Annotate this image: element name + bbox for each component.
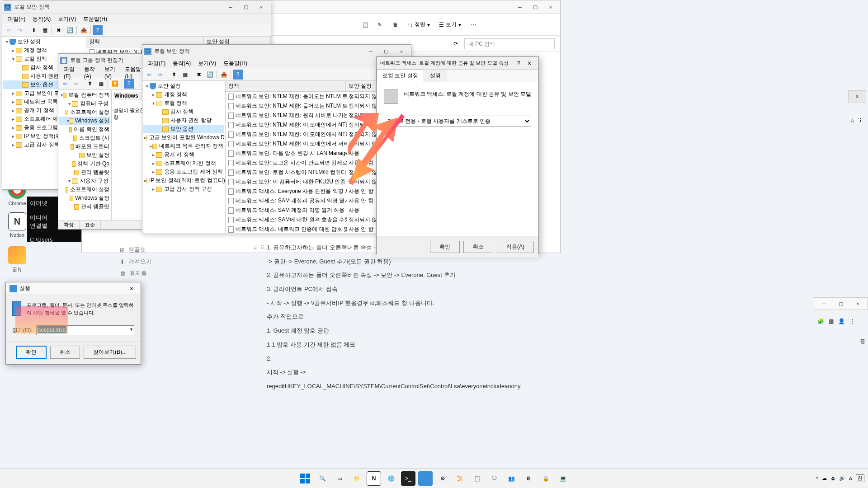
- tree-item[interactable]: 보안 설정: [59, 151, 110, 160]
- menu-view[interactable]: 보기(V): [194, 59, 220, 68]
- gpedit-taskbar-icon[interactable]: 📜: [453, 471, 467, 486]
- ok-button[interactable]: 확인: [430, 241, 460, 253]
- app-icon-4[interactable]: 🖥: [521, 471, 536, 486]
- menu-view[interactable]: 보기(V): [54, 14, 80, 24]
- tree-root[interactable]: ▾보안 설정: [3, 38, 85, 46]
- menu-file[interactable]: 파일(F): [144, 59, 169, 68]
- close-icon[interactable]: ×: [126, 285, 137, 292]
- close-button[interactable]: ×: [851, 299, 865, 309]
- status-expand[interactable]: 확장: [58, 221, 80, 229]
- refresh-button[interactable]: 🔄: [205, 70, 215, 80]
- honeyview-icon[interactable]: [8, 246, 26, 264]
- menu-icon[interactable]: ⠇: [859, 117, 863, 124]
- tree-item[interactable]: ▾Windows 설정: [59, 117, 110, 125]
- delete-button[interactable]: ✖: [194, 70, 204, 80]
- up-button[interactable]: ⬆: [169, 70, 179, 80]
- maximize-button[interactable]: ▢: [378, 47, 394, 56]
- volume-icon[interactable]: 🔊: [839, 475, 845, 481]
- tree-item[interactable]: ▸네트워크 목록 관리자 정책: [143, 142, 224, 150]
- app-icon-3[interactable]: 👥: [504, 471, 519, 486]
- rename-icon[interactable]: ✎: [377, 22, 382, 28]
- notion-taskbar-icon[interactable]: N: [367, 471, 381, 486]
- forward-button[interactable]: ⇨: [15, 25, 25, 35]
- menu-view[interactable]: 보기(V): [101, 65, 121, 80]
- export-button[interactable]: 📤: [79, 25, 89, 35]
- star-icon[interactable]: ☆: [850, 117, 855, 124]
- help2-button[interactable]: ?: [124, 79, 134, 89]
- tree-item[interactable]: ▸계정 정책: [143, 90, 224, 99]
- back-button[interactable]: ⇦: [144, 70, 154, 80]
- tree-item[interactable]: 관리 템플릿: [59, 202, 110, 211]
- sidebar-item-import[interactable]: ⬇가져오기: [120, 256, 152, 267]
- network-icon[interactable]: 🖧: [830, 476, 835, 481]
- close-button[interactable]: ×: [543, 2, 558, 12]
- taskview-button[interactable]: ▭: [332, 471, 347, 486]
- tree-item[interactable]: 정책 기반 Qo: [59, 160, 110, 168]
- close-button[interactable]: ×: [394, 47, 409, 56]
- chrome-taskbar-icon[interactable]: 🌐: [384, 471, 398, 486]
- tree-item[interactable]: 관리 템플릿: [59, 168, 110, 177]
- tree-item[interactable]: ▸응용 프로그램 제어 정책: [143, 168, 224, 176]
- back-button[interactable]: ⇦: [4, 25, 14, 35]
- filter-button[interactable]: 🔽: [110, 79, 120, 89]
- delete-button[interactable]: ✖: [54, 25, 64, 35]
- menu-action[interactable]: 동작(A): [169, 59, 194, 68]
- tree-item[interactable]: ▸IP 보안 정책(위치: 로컬 컴퓨터): [143, 176, 224, 185]
- security-model-select[interactable]: 게스트 전용 - 로컬 사용자를 게스트로 인증: [384, 116, 531, 127]
- tree-item[interactable]: 이름 확인 정책: [59, 125, 110, 134]
- tree-item[interactable]: ▸소프트웨어 제한 정책: [143, 159, 224, 168]
- help-icon[interactable]: ?: [513, 60, 524, 66]
- export-button[interactable]: 📤: [219, 70, 229, 80]
- help-button[interactable]: ?: [233, 70, 243, 80]
- sidebar-item-templates[interactable]: ⊞템플릿: [120, 244, 152, 256]
- show-hide-button[interactable]: ▦: [96, 79, 106, 89]
- tree-item[interactable]: 소프트웨어 설정: [59, 108, 110, 117]
- refresh-icon[interactable]: ⟳: [453, 41, 458, 47]
- sort-dropdown[interactable]: ↑↓ 정렬 ▾: [407, 21, 430, 28]
- tree-item[interactable]: 감사 정책: [143, 108, 224, 116]
- lang-indicator[interactable]: A: [849, 476, 852, 481]
- tree-item[interactable]: ▾컴퓨터 구성: [59, 99, 110, 108]
- onedrive-icon[interactable]: ☁: [822, 475, 827, 481]
- show-hide-button[interactable]: ▦: [40, 25, 50, 35]
- tree-item[interactable]: ▸고급 감사 정책 구성: [143, 185, 224, 193]
- tree-item[interactable]: ▸고급 보안이 포함된 Windows Defenc: [143, 133, 224, 142]
- maximize-button[interactable]: ▢: [834, 299, 848, 309]
- app-icon-6[interactable]: 💻: [556, 471, 570, 486]
- tree-root[interactable]: ▾로컬 컴퓨터 정책: [59, 91, 110, 99]
- up-button[interactable]: ⬆: [85, 79, 95, 89]
- paste-icon[interactable]: 📋: [362, 22, 369, 28]
- extension-icon[interactable]: 🧩: [817, 318, 824, 324]
- tab-description[interactable]: 설명: [424, 70, 447, 82]
- browser-tab-close[interactable]: ×: [848, 90, 866, 103]
- forward-button[interactable]: ⇨: [71, 79, 81, 89]
- tab-local-security[interactable]: 로컬 보안 설정: [377, 70, 424, 82]
- search-button[interactable]: 🔍: [315, 471, 330, 486]
- add-block-icon[interactable]: +: [253, 244, 257, 252]
- menu-help[interactable]: 도움말(H): [220, 59, 251, 68]
- up-button[interactable]: ⬆: [29, 25, 39, 35]
- minimize-button[interactable]: ─: [223, 2, 238, 12]
- tree-item[interactable]: ▸공개 키 정책: [143, 150, 224, 159]
- tree-item[interactable]: 스크립트 (시: [59, 134, 110, 142]
- help-button[interactable]: ?: [93, 25, 103, 35]
- tree-item[interactable]: Windows 설정: [59, 194, 110, 202]
- explorer-button[interactable]: 📁: [349, 471, 364, 486]
- tree-item[interactable]: 소프트웨어 설정: [59, 185, 110, 194]
- terminal-taskbar-icon[interactable]: >_: [401, 471, 415, 486]
- minimize-button[interactable]: ─: [512, 2, 528, 12]
- tree-item[interactable]: ▾사용자 구성: [59, 177, 110, 185]
- column-policy[interactable]: 정책: [226, 81, 346, 91]
- forward-button[interactable]: ⇨: [155, 70, 165, 80]
- menu-file[interactable]: 파일(F): [4, 14, 29, 24]
- app-icon-5[interactable]: 🔒: [538, 471, 553, 486]
- menu-action[interactable]: 동작(A): [29, 14, 54, 24]
- tree-item[interactable]: ▾로컬 정책: [143, 99, 224, 108]
- notion-icon[interactable]: N: [8, 212, 26, 230]
- show-hide-button[interactable]: ▦: [180, 70, 190, 80]
- status-default[interactable]: 표준: [80, 221, 101, 229]
- ime-indicator[interactable]: 한: [856, 474, 864, 482]
- drag-handle-icon[interactable]: ⠿: [260, 244, 264, 251]
- tree-item[interactable]: 보안 옵션: [143, 125, 224, 133]
- settings-icon[interactable]: ⚙: [435, 471, 450, 486]
